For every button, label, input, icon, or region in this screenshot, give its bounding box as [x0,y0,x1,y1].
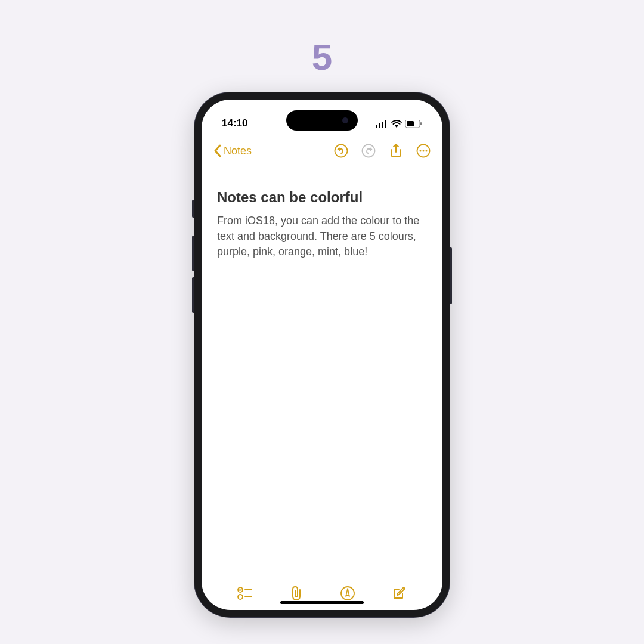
svg-rect-3 [385,120,386,128]
svg-rect-0 [376,125,377,128]
svg-rect-5 [407,121,414,126]
svg-point-7 [335,145,348,157]
nav-actions [334,144,431,158]
svg-rect-6 [420,122,422,125]
status-icons [376,120,422,128]
note-content[interactable]: Notes can be colorful From iOS18, you ca… [202,165,442,574]
undo-button[interactable] [334,144,348,158]
chevron-left-icon [213,144,221,157]
page-number: 5 [312,36,332,78]
phone-frame: 14:10 [194,92,450,617]
back-label: Notes [224,145,252,157]
share-button[interactable] [389,144,403,158]
bottom-toolbar [202,574,442,610]
attachment-button[interactable] [288,585,305,602]
dynamic-island [286,110,358,131]
svg-point-15 [238,595,243,599]
volume-down-button [192,277,194,313]
markup-button[interactable] [339,585,356,602]
back-button[interactable]: Notes [213,144,252,157]
home-indicator[interactable] [280,601,364,604]
volume-up-button [192,236,194,271]
status-time: 14:10 [222,117,247,129]
nav-bar: Notes [202,135,442,165]
checklist-button[interactable] [237,585,253,602]
power-button [450,247,452,304]
note-body[interactable]: From iOS18, you can add the colour to th… [217,213,427,259]
phone-screen: 14:10 [202,100,442,610]
svg-rect-2 [382,122,383,128]
svg-point-10 [420,150,422,152]
compose-button[interactable] [391,585,407,602]
note-title[interactable]: Notes can be colorful [217,189,427,206]
wifi-icon [391,120,402,128]
svg-rect-1 [379,123,380,128]
cellular-icon [376,120,388,128]
svg-point-11 [423,150,425,152]
svg-point-8 [363,145,375,157]
svg-point-12 [426,150,428,152]
redo-button[interactable] [361,144,376,158]
mute-switch [192,200,194,218]
more-button[interactable] [416,144,431,158]
battery-icon [405,120,422,128]
